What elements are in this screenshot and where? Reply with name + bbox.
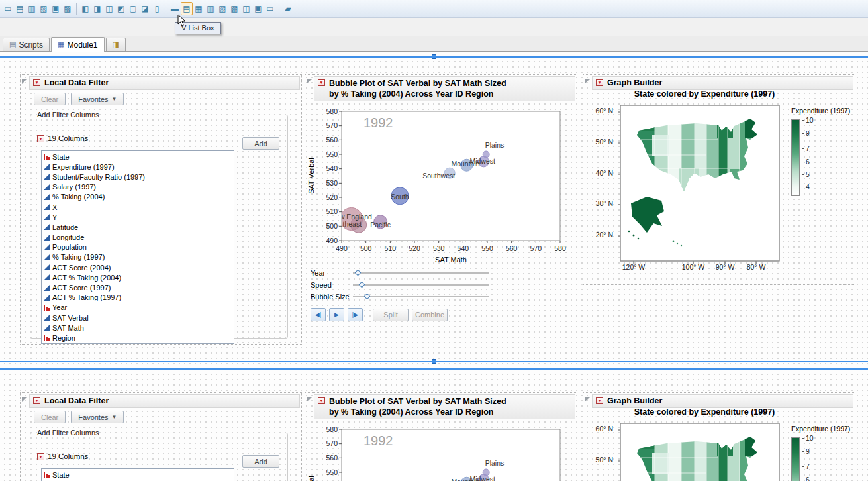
panel-box-icon[interactable]: ▢	[127, 2, 139, 15]
combine-button[interactable]: Combine	[412, 309, 448, 321]
red-triangle-menu-icon[interactable]	[33, 79, 40, 86]
red-triangle-menu-icon[interactable]	[37, 135, 44, 142]
mouse-box-icon[interactable]: ▣	[252, 2, 264, 15]
v-list-box-icon[interactable]: ▤	[181, 2, 193, 15]
tab-box-icon[interactable]: ◫	[103, 2, 115, 15]
filter-column-item[interactable]: ACT Score (1997)	[44, 282, 234, 292]
nominal-column-icon	[44, 305, 50, 311]
filter-column-item[interactable]: % Taking (2004)	[44, 192, 234, 202]
filter-col-box-icon[interactable]: ▨	[217, 2, 228, 15]
slider-thumb[interactable]	[364, 293, 371, 299]
v-splitter-box-icon[interactable]: ◨	[91, 2, 103, 15]
red-triangle-menu-icon[interactable]	[37, 453, 44, 460]
collapse-triangle-icon[interactable]	[307, 397, 312, 402]
sheet-box-icon[interactable]: ◪	[139, 2, 151, 15]
slider-thumb[interactable]	[355, 269, 362, 276]
color-gradient-bar[interactable]	[791, 437, 800, 481]
filter-column-item[interactable]: SAT Verbal	[44, 313, 234, 323]
collapse-triangle-icon[interactable]	[22, 79, 27, 84]
us-map-chart[interactable]	[616, 422, 783, 481]
filter-column-item[interactable]: Longitude	[44, 233, 234, 242]
table-box-icon[interactable]: ▩	[228, 2, 240, 15]
year-slider[interactable]	[353, 272, 489, 274]
collapse-triangle-icon[interactable]	[22, 397, 27, 402]
filter-column-item[interactable]: Salary (1997)	[44, 182, 234, 192]
red-triangle-menu-icon[interactable]	[318, 79, 325, 86]
container-guide-top[interactable]	[0, 56, 868, 58]
filter-column-item[interactable]: ACT % Taking (1997)	[44, 293, 234, 303]
filter-column-item[interactable]: Student/Faculty Ratio (1997)	[44, 172, 234, 182]
spacer-box-icon[interactable]: ▯	[151, 2, 163, 15]
favorites-button[interactable]: Favorites ▼	[71, 93, 124, 105]
guide-handle[interactable]	[432, 359, 436, 364]
collapse-triangle-icon[interactable]	[307, 79, 312, 84]
us-map-chart[interactable]	[616, 104, 783, 268]
collapse-triangle-icon[interactable]	[585, 397, 590, 402]
container-guide-row1-bottom[interactable]	[0, 361, 868, 362]
guide-handle[interactable]	[432, 54, 436, 59]
add-button[interactable]: Add	[242, 455, 279, 468]
picture-box-icon[interactable]: ▧	[38, 2, 50, 15]
red-triangle-menu-icon[interactable]	[596, 397, 603, 404]
bubble-size-slider[interactable]	[353, 296, 489, 298]
speed-slider[interactable]	[353, 284, 489, 286]
continuous-column-icon	[44, 184, 50, 190]
number-col-box-icon[interactable]: ▥	[26, 2, 38, 15]
tab-module1[interactable]: ▦ Module1	[51, 37, 104, 52]
collapse-triangle-icon[interactable]	[585, 79, 590, 84]
red-triangle-menu-icon[interactable]	[33, 397, 40, 404]
h-list-box-icon[interactable]: ▬	[169, 2, 181, 15]
filter-column-item[interactable]: SAT Math	[44, 323, 234, 333]
legend-tick-label: 9	[806, 129, 810, 137]
filter-column-item[interactable]: Latitude	[44, 222, 234, 232]
filter-column-item[interactable]: State	[44, 152, 234, 162]
step-forward-button[interactable]: |▶	[348, 308, 363, 321]
step-back-button[interactable]: ◀|	[311, 308, 326, 321]
legend-tick-labels: 1097654	[806, 119, 832, 196]
add-button[interactable]: Add	[242, 137, 279, 150]
filter-column-item[interactable]: Y	[44, 212, 234, 222]
filter-column-item[interactable]: Expenditure (1997)	[44, 162, 234, 172]
lineup-box-icon[interactable]: ▦	[193, 2, 205, 15]
filter-column-item[interactable]: Population	[44, 242, 234, 252]
graph-box-icon[interactable]: ▩	[62, 2, 73, 15]
filter-column-item[interactable]: Year	[44, 303, 234, 313]
container-guide-row2-top[interactable]	[0, 368, 868, 370]
red-triangle-menu-icon[interactable]	[318, 397, 325, 404]
filter-columns-list[interactable]: StateExpenditure (1997)Student/Faculty R…	[41, 150, 234, 344]
filter-column-item[interactable]: ACT % Taking (2004)	[44, 272, 234, 282]
clear-button[interactable]: Clear	[34, 93, 66, 105]
tab-scripts[interactable]: ▤ Scripts	[3, 38, 50, 51]
filter-column-item[interactable]: % Taking (1997)	[44, 252, 234, 262]
filter-column-item[interactable]: X	[44, 202, 234, 212]
filter-columns-list[interactable]: StateExpenditure (1997)Student/Faculty R…	[41, 468, 234, 481]
text-box-icon[interactable]: ▤	[14, 2, 26, 15]
slider-thumb[interactable]	[359, 281, 365, 288]
border-box-icon[interactable]: ▭	[2, 2, 14, 15]
h-splitter-box-icon[interactable]: ◧	[79, 2, 91, 15]
slider-row: Bubble Size	[311, 292, 509, 301]
button-box-icon[interactable]: ▣	[50, 2, 62, 15]
color-gradient-bar[interactable]	[791, 119, 800, 196]
filter-column-item[interactable]: ACT Score (2004)	[44, 262, 234, 272]
design-canvas[interactable]: Local Data Filter Clear Favorites ▼ Add …	[0, 52, 868, 481]
split-button[interactable]: Split	[373, 309, 409, 321]
bubble-plot-chart[interactable]: 4905005105205305405505605705804905005105…	[307, 421, 570, 481]
outline-box-icon[interactable]: ◩	[115, 2, 127, 15]
play-button[interactable]: ▶	[329, 308, 344, 321]
svg-text:500: 500	[326, 222, 338, 230]
clear-button[interactable]: Clear	[34, 411, 66, 423]
continuous-column-icon	[44, 274, 50, 280]
favorites-button[interactable]: Favorites ▼	[71, 411, 124, 423]
bubble-plot-chart[interactable]: 4905005105205305405505605705804905005105…	[307, 103, 570, 266]
chevron-down-icon: ▼	[112, 96, 117, 102]
script-box-icon[interactable]: ▰	[282, 2, 294, 15]
add-module-tab[interactable]: ◨	[106, 38, 126, 51]
red-triangle-menu-icon[interactable]	[596, 79, 603, 86]
col-list-box-icon[interactable]: ▥	[205, 2, 217, 15]
filter-column-item[interactable]: Region	[44, 333, 234, 343]
filter-column-item[interactable]: State	[44, 470, 234, 480]
continuous-column-icon	[44, 325, 50, 331]
if-box-icon[interactable]: ◫	[240, 2, 252, 15]
text-edit-box-icon[interactable]: ▭	[264, 2, 276, 15]
